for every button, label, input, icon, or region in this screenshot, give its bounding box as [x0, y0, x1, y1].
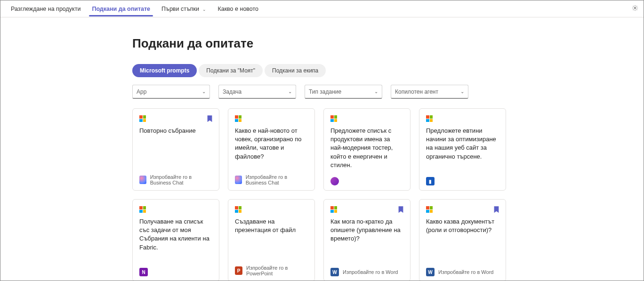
card-title: Предложете евтини начини за оптимизиране…	[426, 127, 499, 161]
copilot-icon	[139, 176, 146, 184]
bookmark-icon	[207, 115, 212, 122]
nav-prompts-to-try[interactable]: Подкани да опитате	[86, 2, 156, 16]
prompt-card[interactable]: Как мога по-кратко да опишете (управлени…	[323, 199, 411, 281]
card-header	[330, 115, 403, 122]
chevron-down-icon: ⌄	[460, 89, 464, 94]
content-scroll-area[interactable]: Подкани да опитате Microsoft prompts Под…	[0, 17, 644, 281]
microsoft-logo-icon	[426, 206, 433, 213]
tab-microsoft-prompts[interactable]: Microsoft prompts	[132, 64, 197, 77]
page-title: Подкани да опитате	[132, 36, 644, 51]
card-header	[139, 115, 212, 122]
filter-copilot-agent-label: Копилотен агент	[395, 88, 438, 95]
card-header	[426, 206, 499, 213]
nav-getting-started[interactable]: Първи стъпки ⌄	[156, 2, 212, 16]
prompt-card[interactable]: Предложете евтини начини за оптимизиране…	[419, 108, 506, 191]
card-footer: N	[139, 268, 212, 276]
bookmark-icon	[398, 206, 403, 213]
card-footer-label: Изпробвайте го в Business Chat	[246, 174, 308, 185]
powerpoint-icon: P	[235, 266, 242, 275]
prompt-card[interactable]: Повторно събрание Изпробвайте го в Busin…	[132, 108, 219, 191]
card-title: Повторно събрание	[139, 127, 212, 135]
card-footer-label: Изпробвайте го в Word	[343, 269, 398, 275]
onenote-icon: N	[139, 268, 148, 276]
card-header	[235, 115, 308, 122]
microsoft-logo-icon	[139, 206, 146, 213]
nav-browse-products[interactable]: Разглеждане на продукти	[5, 2, 86, 16]
microsoft-logo-icon	[426, 115, 433, 122]
filter-task-label: Задача	[223, 88, 242, 95]
nav-getting-started-label: Първи стъпки	[161, 6, 199, 12]
tab-my-prompts[interactable]: Подкани за "Моят"	[199, 64, 263, 77]
prompt-card[interactable]: Какво е най-новото от човек, организиран…	[228, 108, 315, 191]
card-title: Как мога по-кратко да опишете (управлени…	[330, 217, 403, 243]
card-footer-label: Изпробвайте го в PowerPoint	[246, 265, 308, 276]
card-header	[426, 115, 499, 122]
card-footer: Изпробвайте го в Business Chat	[235, 174, 308, 185]
prompt-card[interactable]: Създаване на презентация от файл P Изпро…	[228, 199, 315, 281]
prompt-card[interactable]: Получаване на списък със задачи от моя С…	[132, 199, 219, 281]
card-header	[139, 206, 212, 213]
filter-task-type-label: Тип задание	[309, 88, 341, 95]
card-footer-label: Изпробвайте го в Business Chat	[150, 174, 212, 185]
filter-task[interactable]: Задача ⌄	[218, 85, 296, 99]
nav-whats-new[interactable]: Какво е новото	[212, 2, 264, 16]
chevron-down-icon: ⌄	[202, 7, 206, 12]
card-title: Получаване на списък със задачи от моя С…	[139, 217, 212, 252]
microsoft-logo-icon	[235, 115, 242, 122]
card-footer: Изпробвайте го в Business Chat	[139, 174, 212, 185]
word-icon: W	[426, 268, 435, 276]
microsoft-logo-icon	[330, 115, 337, 122]
topbar-actions	[631, 4, 639, 14]
prompt-source-tabs: Microsoft prompts Подкани за "Моят" Подк…	[132, 64, 644, 77]
card-footer	[330, 177, 403, 185]
chevron-down-icon: ⌄	[288, 89, 292, 94]
card-footer: W Изпробвайте го в Word	[426, 268, 499, 276]
card-title: Създаване на презентация от файл	[235, 217, 308, 234]
card-footer: P Изпробвайте го в PowerPoint	[235, 265, 308, 276]
card-footer: W Изпробвайте го в Word	[330, 268, 403, 276]
page-content: Подкани да опитате Microsoft prompts Под…	[0, 17, 644, 281]
card-title: Какво казва документът (роли и отговорно…	[426, 217, 499, 234]
word-icon: W	[330, 268, 339, 276]
prompt-card[interactable]: Предложете списък с продуктови имена за …	[323, 108, 411, 191]
svg-point-0	[634, 7, 636, 9]
card-footer: ▮	[426, 177, 499, 185]
top-nav-bar: Разглеждане на продукти Подкани да опита…	[0, 0, 644, 17]
tab-team-prompts[interactable]: Подкани за екипа	[265, 64, 326, 77]
settings-icon[interactable]	[631, 4, 639, 12]
microsoft-logo-icon	[235, 206, 242, 213]
copilot-icon	[235, 176, 242, 184]
filter-app-label: App	[137, 88, 146, 95]
card-title: Предложете списък с продуктови имена за …	[330, 127, 403, 169]
card-footer-label: Изпробвайте го в Word	[438, 269, 493, 275]
bookmark-icon	[494, 206, 499, 213]
card-title: Какво е най-новото от човек, организиран…	[235, 127, 308, 161]
filter-row: App ⌄ Задача ⌄ Тип задание ⌄ Копилотен а…	[132, 85, 644, 99]
prompt-cards-grid: Повторно събрание Изпробвайте го в Busin…	[132, 108, 644, 281]
chevron-down-icon: ⌄	[202, 89, 206, 94]
card-header	[235, 206, 308, 213]
prompt-card[interactable]: Какво казва документът (роли и отговорно…	[419, 199, 506, 281]
microsoft-logo-icon	[139, 115, 146, 122]
filter-copilot-agent[interactable]: Копилотен агент ⌄	[391, 85, 468, 99]
chevron-down-icon: ⌄	[374, 89, 378, 94]
filter-app[interactable]: App ⌄	[132, 85, 210, 99]
filter-task-type[interactable]: Тип задание ⌄	[305, 85, 382, 99]
loop-icon	[330, 177, 339, 185]
clipchamp-icon: ▮	[426, 177, 435, 185]
microsoft-logo-icon	[330, 206, 337, 213]
card-header	[330, 206, 403, 213]
